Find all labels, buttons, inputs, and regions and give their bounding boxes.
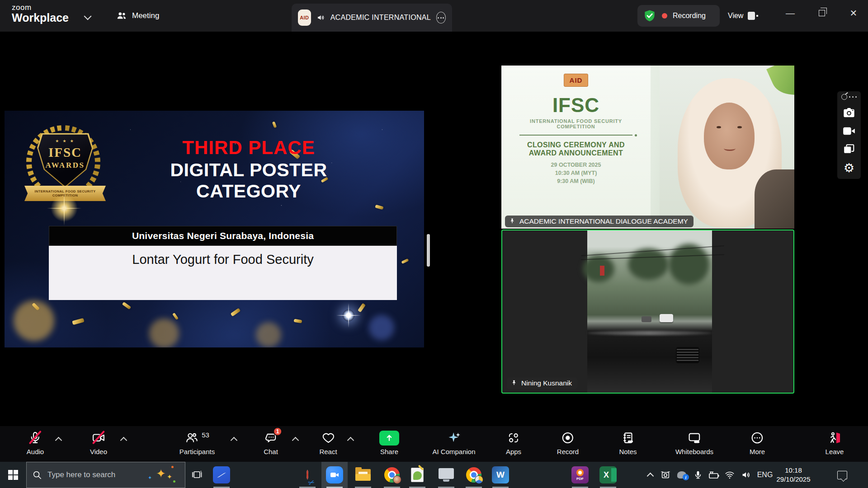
taskbar-app-notepadpp[interactable] — [404, 462, 430, 488]
title-bar: zoom Workplace Meeting AID ACADEMIC INTE… — [0, 0, 868, 32]
capture-tool-menu[interactable] — [841, 94, 857, 100]
active-speaker-name: ACADEMIC INTERNATIONAL — [330, 14, 431, 22]
university-band: Universitas Negeri Surabaya, Indonesia — [49, 226, 397, 246]
more-button[interactable]: More — [750, 430, 765, 455]
react-button[interactable]: React — [319, 430, 337, 455]
tray-camera[interactable] — [658, 462, 673, 488]
poster-date: 29 OCTOBER 2025 — [501, 162, 651, 168]
search-icon — [32, 470, 42, 480]
badge-glow — [51, 195, 78, 222]
record-button[interactable]: Record — [557, 430, 579, 455]
meeting-toolbar: Audio Video 53 — [0, 426, 868, 462]
speaker-audio-icon — [316, 12, 325, 23]
taskbar-app-foxit[interactable]: PDF — [567, 462, 593, 488]
view-label: View — [728, 12, 743, 20]
taskbar-app-chrome[interactable] — [379, 462, 405, 488]
settings-gear-icon[interactable]: ⚙ — [844, 162, 854, 174]
award-category-title: DIGITAL POSTER CATEGORY — [118, 160, 380, 202]
tray-show-hidden-icons[interactable] — [643, 462, 657, 488]
meeting-content: ★ ★ ★ IFSC AWARDS INTERNATIONAL FOOD SEC… — [0, 32, 868, 426]
participants-button[interactable]: 53 Participants — [179, 430, 215, 455]
tray-info[interactable] — [675, 462, 689, 488]
chat-unread-badge: 1 — [273, 427, 282, 436]
taskbar-app-scanner[interactable] — [208, 462, 235, 488]
snipping-app-icon: ✂ — [307, 471, 308, 479]
tray-volume[interactable] — [739, 462, 753, 488]
remote-desktop-icon — [439, 468, 454, 482]
participants-chevron[interactable] — [231, 437, 238, 444]
whiteboards-button[interactable]: Whiteboards — [675, 430, 713, 455]
meeting-tab-label: Meeting — [132, 11, 159, 20]
tab-meeting[interactable]: Meeting — [116, 0, 159, 32]
search-input[interactable] — [47, 470, 142, 479]
scrollbar-thumb[interactable] — [427, 234, 430, 267]
close-button[interactable]: ✕ — [842, 0, 865, 26]
notes-button[interactable]: Notes — [619, 430, 637, 455]
leave-button[interactable]: Leave — [826, 430, 844, 455]
tray-battery[interactable] — [706, 462, 721, 488]
minimize-button[interactable]: — — [778, 0, 802, 26]
participants-icon — [185, 431, 198, 445]
view-button[interactable]: View — [723, 5, 760, 27]
share-screen-icon — [379, 431, 399, 446]
audio-options-chevron[interactable] — [55, 437, 62, 444]
battery-plug-icon — [708, 470, 719, 480]
copy-windows-icon[interactable] — [843, 144, 855, 155]
taskbar-clock[interactable]: 10:18 29/10/2025 — [769, 462, 818, 488]
tray-microphone[interactable] — [691, 462, 705, 488]
participants-count: 53 — [202, 431, 209, 439]
chrome-icon — [466, 467, 481, 483]
workspace-chevron-down-icon[interactable] — [84, 13, 92, 20]
notes-icon — [621, 431, 635, 445]
car-video-feed — [587, 230, 712, 393]
apps-button[interactable]: Apps — [506, 430, 521, 455]
recording-indicator[interactable]: Recording — [637, 5, 720, 27]
badge-title: IFSC — [38, 145, 92, 160]
action-center-icon — [837, 471, 847, 479]
screen-record-icon[interactable] — [843, 126, 855, 136]
task-view-button[interactable] — [186, 462, 208, 488]
foxit-pdf-icon: PDF — [571, 466, 589, 483]
taskbar-app-explorer[interactable] — [350, 462, 376, 488]
participant-name-label: Nining Kusnanik — [507, 377, 577, 389]
video-tile-nining[interactable]: Nining Kusnanik — [501, 230, 794, 394]
ai-companion-button[interactable]: AI Companion — [432, 430, 475, 455]
car — [660, 314, 673, 322]
taskbar-app-chrome-2[interactable] — [461, 462, 487, 488]
taskbar-app-excel[interactable]: X — [595, 462, 621, 488]
street-sign — [600, 266, 604, 276]
recording-dot-icon — [662, 13, 667, 19]
react-chevron[interactable] — [347, 437, 354, 444]
taskbar-app-word[interactable]: W — [487, 462, 514, 488]
taskbar-app-remote-desktop[interactable] — [433, 462, 459, 488]
car — [642, 316, 651, 322]
aid-logo: AID — [564, 74, 589, 87]
screenshot-camera-icon[interactable] — [843, 108, 855, 118]
capture-pen-icon — [841, 94, 847, 100]
taskbar-search[interactable]: ✦ ✦ ✦ — [26, 462, 185, 488]
more-ellipsis-icon — [750, 431, 764, 445]
restore-button[interactable] — [810, 0, 834, 26]
video-tile-academy[interactable]: AID IFSC INTERNATIONAL FOOD SECURITY COM… — [501, 66, 794, 229]
audio-button[interactable]: Audio — [27, 430, 44, 455]
tab-more-options-icon[interactable] — [436, 12, 446, 23]
taskbar-app-snipping[interactable]: ✂ — [294, 462, 321, 488]
clock-time: 10:18 — [769, 466, 818, 475]
taskbar-app-zoom[interactable] — [321, 462, 348, 488]
clock-date: 29/10/2025 — [769, 475, 818, 484]
chat-chevron[interactable] — [292, 437, 299, 444]
video-options-chevron[interactable] — [120, 437, 127, 444]
chat-button[interactable]: 1 Chat — [264, 430, 278, 455]
task-view-icon — [192, 469, 203, 480]
copilot-sparkle-icon: ✦ ✦ ✦ — [148, 466, 175, 484]
tray-wifi[interactable] — [722, 462, 737, 488]
view-layout-icon — [748, 12, 755, 20]
active-speaker-tab[interactable]: AID ACADEMIC INTERNATIONAL — [292, 4, 452, 32]
excel-icon: X — [599, 466, 617, 483]
share-button[interactable]: Share — [379, 430, 399, 455]
zoom-meeting-window: zoom Workplace Meeting AID ACADEMIC INTE… — [0, 0, 868, 488]
ifsc-event-poster: AID IFSC INTERNATIONAL FOOD SECURITY COM… — [501, 66, 651, 229]
start-button[interactable] — [0, 462, 26, 488]
video-button[interactable]: Video — [90, 430, 107, 455]
action-center-button[interactable] — [831, 462, 854, 488]
